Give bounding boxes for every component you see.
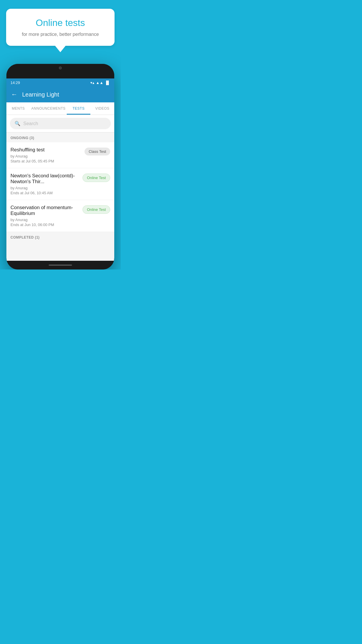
tab-ments[interactable]: MENTS xyxy=(6,102,30,115)
status-icons: ▾▴ ▲▲ ▐▌ xyxy=(90,80,110,85)
speech-bubble-box: Online tests for more practice, better p… xyxy=(6,9,115,46)
promo-bubble: Online tests for more practice, better p… xyxy=(6,9,115,52)
badge-reshuffling: Class Test xyxy=(85,148,110,155)
test-time-conservation: Ends at Jun 10, 06:00 PM xyxy=(10,223,80,227)
test-author-reshuffling: by Anurag xyxy=(10,154,82,158)
test-name-newtons: Newton's Second law(contd)-Newton's Thir… xyxy=(10,173,80,185)
test-info-reshuffling: Reshuffling test by Anurag Starts at Jul… xyxy=(10,147,85,163)
battery-icon: ▐▌ xyxy=(105,80,110,85)
test-name-conservation: Conservation of momentum-Equilibrium xyxy=(10,205,80,216)
tab-announcements[interactable]: ANNOUNCEMENTS xyxy=(30,102,67,115)
phone-notch xyxy=(49,64,72,72)
screen-content: 🔍 Search ONGOING (3) Reshuffling test by… xyxy=(6,115,114,261)
tab-tests[interactable]: TESTS xyxy=(67,102,91,115)
test-time-newtons: Ends at Jul 06, 10:45 AM xyxy=(10,191,80,195)
test-info-conservation: Conservation of momentum-Equilibrium by … xyxy=(10,205,82,227)
bubble-subtitle: for more practice, better performance xyxy=(12,32,109,37)
search-bar[interactable]: 🔍 Search xyxy=(10,118,111,129)
app-header: ← Learning Light xyxy=(6,87,114,102)
phone-bottom xyxy=(6,261,114,270)
test-item-newtons[interactable]: Newton's Second law(contd)-Newton's Thir… xyxy=(6,168,114,200)
status-bar: 14:29 ▾▴ ▲▲ ▐▌ xyxy=(6,78,114,87)
wifi-icon: ▾▴ xyxy=(90,80,94,85)
app-title: Learning Light xyxy=(22,91,59,98)
test-author-conservation: by Anurag xyxy=(10,218,80,222)
phone-mockup: 14:29 ▾▴ ▲▲ ▐▌ ← Learning Light MENTS AN… xyxy=(6,64,114,270)
bubble-arrow xyxy=(55,46,66,52)
badge-newtons: Online Test xyxy=(82,174,110,182)
completed-section-header: COMPLETED (1) xyxy=(6,232,114,242)
test-item-conservation[interactable]: Conservation of momentum-Equilibrium by … xyxy=(6,200,114,232)
status-time: 14:29 xyxy=(10,80,20,85)
search-icon: 🔍 xyxy=(15,121,20,126)
test-author-newtons: by Anurag xyxy=(10,186,80,190)
phone-camera xyxy=(59,66,62,69)
back-button[interactable]: ← xyxy=(11,91,17,98)
tab-videos[interactable]: VIDEOS xyxy=(90,102,114,115)
phone-top-bar xyxy=(6,64,114,78)
search-container: 🔍 Search xyxy=(6,115,114,132)
test-list: Reshuffling test by Anurag Starts at Jul… xyxy=(6,142,114,232)
badge-conservation: Online Test xyxy=(82,205,110,214)
test-info-newtons: Newton's Second law(contd)-Newton's Thir… xyxy=(10,173,82,195)
test-name-reshuffling: Reshuffling test xyxy=(10,147,82,153)
ongoing-section-header: ONGOING (3) xyxy=(6,132,114,142)
tabs-bar: MENTS ANNOUNCEMENTS TESTS VIDEOS xyxy=(6,102,114,115)
test-item-reshuffling[interactable]: Reshuffling test by Anurag Starts at Jul… xyxy=(6,142,114,168)
test-time-reshuffling: Starts at Jul 05, 05:45 PM xyxy=(10,159,82,163)
search-placeholder: Search xyxy=(23,121,38,126)
home-indicator[interactable] xyxy=(49,265,72,266)
bubble-title: Online tests xyxy=(12,18,109,28)
signal-icon: ▲▲ xyxy=(96,80,103,85)
